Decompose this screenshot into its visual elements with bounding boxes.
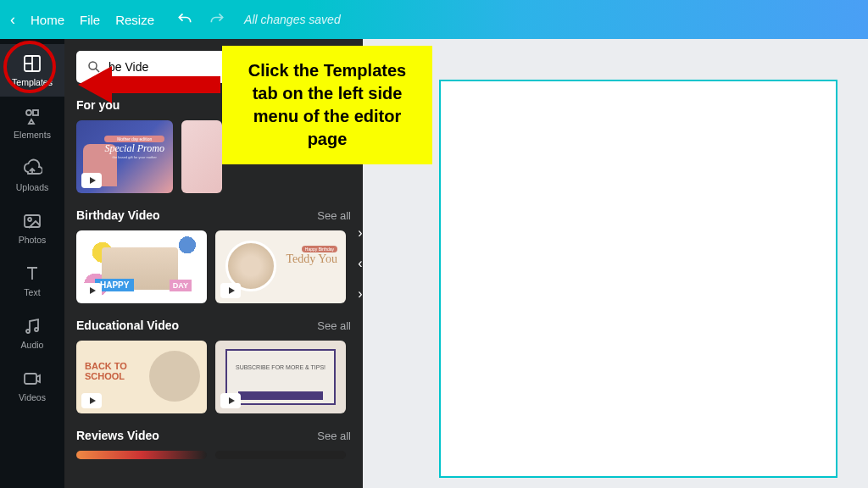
svg-line-11 xyxy=(96,69,99,72)
play-icon xyxy=(81,393,102,408)
section-educational: Educational Video See all BACK TOSCHOOL … xyxy=(76,319,351,413)
save-status: All changes saved xyxy=(244,13,341,26)
side-menu: Templates Elements Uploads Photos Text A… xyxy=(0,39,64,488)
templates-icon xyxy=(22,53,42,74)
audio-icon xyxy=(22,316,42,336)
svg-point-6 xyxy=(28,218,31,221)
template-thumb[interactable]: HAPPY DAY xyxy=(76,230,207,303)
svg-point-7 xyxy=(26,330,30,333)
svg-rect-9 xyxy=(25,374,36,384)
svg-point-3 xyxy=(26,110,31,115)
sidebar-label: Elements xyxy=(14,130,51,140)
template-thumb[interactable]: SUBSCRIBE FOR MORE & TIPS! xyxy=(215,341,346,413)
section-title: For you xyxy=(76,98,120,112)
template-thumb[interactable] xyxy=(215,451,346,459)
chevron-left-icon: ‹ xyxy=(358,256,362,271)
photos-icon xyxy=(22,211,42,231)
sidebar-label: Audio xyxy=(21,340,44,350)
play-icon xyxy=(220,393,241,408)
section-reviews: Reviews Video See all xyxy=(76,429,351,459)
template-thumb[interactable]: Mother day edition Special Promo the bas… xyxy=(76,120,173,193)
chevron-right-icon: › xyxy=(358,225,362,241)
sidebar-item-audio[interactable]: Audio xyxy=(0,307,64,359)
see-all-link[interactable]: See all xyxy=(317,319,351,332)
file-menu[interactable]: File xyxy=(80,13,100,27)
back-button[interactable]: ‹ xyxy=(10,11,15,29)
template-thumb[interactable] xyxy=(76,451,207,459)
undo-icon[interactable] xyxy=(176,11,193,28)
svg-point-10 xyxy=(89,62,97,69)
search-icon xyxy=(86,59,102,75)
text-icon xyxy=(22,263,42,284)
canvas-area xyxy=(363,39,868,488)
sidebar-label: Templates xyxy=(12,77,53,87)
section-title: Reviews Video xyxy=(76,429,159,442)
play-icon xyxy=(81,173,102,188)
sidebar-item-videos[interactable]: Videos xyxy=(0,359,64,412)
sidebar-item-templates[interactable]: Templates xyxy=(0,44,64,97)
panel-collapse-handle[interactable]: › ‹ › xyxy=(353,234,363,293)
elements-icon xyxy=(22,106,42,126)
search-bar[interactable] xyxy=(76,51,229,83)
see-all-link[interactable]: See all xyxy=(317,209,351,222)
design-canvas[interactable] xyxy=(439,80,837,478)
sidebar-item-photos[interactable]: Photos xyxy=(0,202,64,254)
uploads-icon xyxy=(22,158,42,179)
section-title: Birthday Video xyxy=(76,208,160,222)
see-all-link[interactable]: See all xyxy=(317,430,351,442)
main: Templates Elements Uploads Photos Text A… xyxy=(0,39,868,488)
template-thumb[interactable]: BACK TOSCHOOL xyxy=(76,341,207,413)
search-input[interactable] xyxy=(108,60,219,74)
redo-icon[interactable] xyxy=(209,11,225,28)
resize-menu[interactable]: Resize xyxy=(115,13,154,27)
chevron-right-icon: › xyxy=(358,286,362,302)
section-birthday: Birthday Video See all HAPPY DAY Happy B… xyxy=(76,208,351,303)
sidebar-item-elements[interactable]: Elements xyxy=(0,97,64,149)
sidebar-label: Text xyxy=(24,287,40,297)
sidebar-label: Uploads xyxy=(16,182,49,192)
svg-point-8 xyxy=(35,328,38,331)
sidebar-item-uploads[interactable]: Uploads xyxy=(0,149,64,202)
template-thumb[interactable] xyxy=(181,120,222,193)
instruction-callout: Click the Templates tab on the left side… xyxy=(222,46,432,164)
topbar-left: ‹ Home File Resize All changes saved xyxy=(10,11,341,29)
svg-rect-4 xyxy=(33,110,38,115)
section-title: Educational Video xyxy=(76,319,179,332)
history-controls xyxy=(176,11,225,28)
template-thumb[interactable]: Happy Birthday Teddy You xyxy=(215,230,346,303)
sidebar-item-text[interactable]: Text xyxy=(0,254,64,307)
sidebar-label: Videos xyxy=(19,392,46,402)
play-icon xyxy=(220,283,241,298)
play-icon xyxy=(81,283,102,298)
topbar: ‹ Home File Resize All changes saved xyxy=(0,0,868,39)
sidebar-label: Photos xyxy=(19,235,47,245)
videos-icon xyxy=(22,369,42,389)
home-link[interactable]: Home xyxy=(31,13,64,27)
